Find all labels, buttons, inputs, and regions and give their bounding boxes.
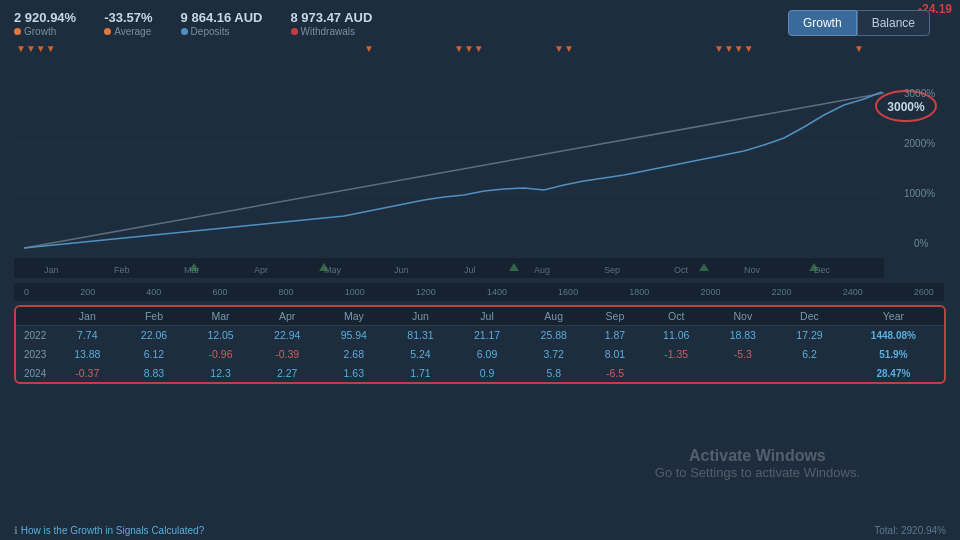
col-year bbox=[16, 307, 54, 326]
month-cell: 1.87 bbox=[587, 326, 643, 345]
marker-5: ▼▼▼▼ bbox=[714, 43, 754, 54]
withdrawals-label: Withdrawals bbox=[291, 26, 373, 37]
svg-text:Jul: Jul bbox=[464, 265, 476, 275]
svg-text:3000%: 3000% bbox=[904, 88, 935, 99]
svg-text:Feb: Feb bbox=[114, 265, 130, 275]
svg-text:0%: 0% bbox=[914, 238, 929, 249]
watermark: Activate Windows Go to Settings to activ… bbox=[655, 447, 860, 480]
month-cell: 2.27 bbox=[254, 364, 321, 383]
month-cell: 2.68 bbox=[321, 345, 388, 364]
footer-total: Total: 2920.94% bbox=[874, 525, 946, 536]
month-cell: -0.37 bbox=[54, 364, 121, 383]
x-label-1200: 1200 bbox=[416, 287, 436, 297]
deposits-value: 9 864.16 AUD bbox=[181, 10, 263, 25]
svg-line-4 bbox=[24, 93, 884, 248]
chart-svg: 3000% 3000% 2000% 1000% 0% Jan Feb Mar A… bbox=[14, 63, 944, 283]
col-mar: Mar bbox=[187, 307, 254, 326]
growth-button[interactable]: Growth bbox=[788, 10, 857, 36]
x-label-1600: 1600 bbox=[558, 287, 578, 297]
main-container: -24.19 2 920.94% Growth -33.57% Average … bbox=[0, 0, 960, 540]
marker-row: ▼▼▼▼ ▼ ▼▼▼ ▼▼ ▼▼▼▼ ▼ bbox=[14, 43, 946, 59]
month-cell: 3.72 bbox=[520, 345, 587, 364]
growth-link[interactable]: How is the Growth in Signals Calculated? bbox=[21, 525, 204, 536]
month-cell: 18.83 bbox=[710, 326, 777, 345]
year-cell: 2024 bbox=[16, 364, 54, 383]
month-cell: -6.5 bbox=[587, 364, 643, 383]
data-table: Jan Feb Mar Apr May Jun Jul Aug Sep Oct … bbox=[16, 307, 944, 382]
month-cell: 17.29 bbox=[776, 326, 843, 345]
withdrawals-dot bbox=[291, 28, 298, 35]
col-jan: Jan bbox=[54, 307, 121, 326]
col-oct: Oct bbox=[643, 307, 710, 326]
svg-text:Aug: Aug bbox=[534, 265, 550, 275]
month-cell bbox=[710, 364, 777, 383]
x-label-200: 200 bbox=[80, 287, 95, 297]
year-cell: 2023 bbox=[16, 345, 54, 364]
table-row: 2024-0.378.8312.32.271.631.710.95.8-6.52… bbox=[16, 364, 944, 383]
x-label-2600: 2600 bbox=[914, 287, 934, 297]
month-cell: -0.39 bbox=[254, 345, 321, 364]
view-toggle: Growth Balance bbox=[788, 10, 930, 36]
table-row: 202313.886.12-0.96-0.392.685.246.093.728… bbox=[16, 345, 944, 364]
month-cell: -1.35 bbox=[643, 345, 710, 364]
x-label-1400: 1400 bbox=[487, 287, 507, 297]
year-total-cell: 28.47% bbox=[843, 364, 944, 383]
month-cell: 8.01 bbox=[587, 345, 643, 364]
svg-text:Jan: Jan bbox=[44, 265, 59, 275]
col-sep: Sep bbox=[587, 307, 643, 326]
month-cell: 22.94 bbox=[254, 326, 321, 345]
month-cell: 11.06 bbox=[643, 326, 710, 345]
month-cell bbox=[643, 364, 710, 383]
svg-text:Jun: Jun bbox=[394, 265, 409, 275]
footer: ℹ How is the Growth in Signals Calculate… bbox=[14, 525, 946, 536]
watermark-line2: Go to Settings to activate Windows. bbox=[655, 465, 860, 480]
month-cell: 13.88 bbox=[54, 345, 121, 364]
marker-2: ▼ bbox=[364, 43, 374, 54]
svg-text:Oct: Oct bbox=[674, 265, 689, 275]
x-label-2400: 2400 bbox=[843, 287, 863, 297]
deposits-label: Deposits bbox=[181, 26, 263, 37]
month-cell: 95.94 bbox=[321, 326, 388, 345]
svg-text:Sep: Sep bbox=[604, 265, 620, 275]
x-label-1800: 1800 bbox=[629, 287, 649, 297]
month-cell: 5.24 bbox=[387, 345, 454, 364]
col-may: May bbox=[321, 307, 388, 326]
col-nov: Nov bbox=[710, 307, 777, 326]
month-cell: 12.05 bbox=[187, 326, 254, 345]
marker-3: ▼▼▼ bbox=[454, 43, 484, 54]
month-cell: -5.3 bbox=[710, 345, 777, 364]
marker-1: ▼▼▼▼ bbox=[16, 43, 56, 54]
chart-area: 3000% 3000% 2000% 1000% 0% Jan Feb Mar A… bbox=[14, 63, 944, 283]
stat-average: -33.57% Average bbox=[104, 10, 152, 37]
month-cell: 7.74 bbox=[54, 326, 121, 345]
marker-4: ▼▼ bbox=[554, 43, 574, 54]
month-cell: 6.09 bbox=[454, 345, 521, 364]
stat-growth: 2 920.94% Growth bbox=[14, 10, 76, 37]
month-cell bbox=[776, 364, 843, 383]
table-body: 20227.7422.0612.0522.9495.9481.3121.1725… bbox=[16, 326, 944, 383]
svg-text:1000%: 1000% bbox=[904, 188, 935, 199]
x-label-600: 600 bbox=[212, 287, 227, 297]
x-label-0: 0 bbox=[24, 287, 29, 297]
col-jun: Jun bbox=[387, 307, 454, 326]
x-label-2000: 2000 bbox=[700, 287, 720, 297]
col-apr: Apr bbox=[254, 307, 321, 326]
year-total-cell: 1448.08% bbox=[843, 326, 944, 345]
col-year-total: Year bbox=[843, 307, 944, 326]
info-icon: ℹ bbox=[14, 525, 21, 536]
table-row: 20227.7422.0612.0522.9495.9481.3121.1725… bbox=[16, 326, 944, 345]
stat-deposits: 9 864.16 AUD Deposits bbox=[181, 10, 263, 37]
x-label-800: 800 bbox=[279, 287, 294, 297]
year-total-cell: 51.9% bbox=[843, 345, 944, 364]
svg-text:Apr: Apr bbox=[254, 265, 268, 275]
month-cell: 1.63 bbox=[321, 364, 388, 383]
average-dot bbox=[104, 28, 111, 35]
month-cell: -0.96 bbox=[187, 345, 254, 364]
x-scale-row: 0 200 400 600 800 1000 1200 1400 1600 18… bbox=[14, 283, 944, 301]
month-cell: 5.8 bbox=[520, 364, 587, 383]
balance-button[interactable]: Balance bbox=[857, 10, 930, 36]
x-label-400: 400 bbox=[146, 287, 161, 297]
svg-text:Nov: Nov bbox=[744, 265, 761, 275]
performance-table: Jan Feb Mar Apr May Jun Jul Aug Sep Oct … bbox=[14, 305, 946, 384]
month-cell: 6.12 bbox=[121, 345, 188, 364]
